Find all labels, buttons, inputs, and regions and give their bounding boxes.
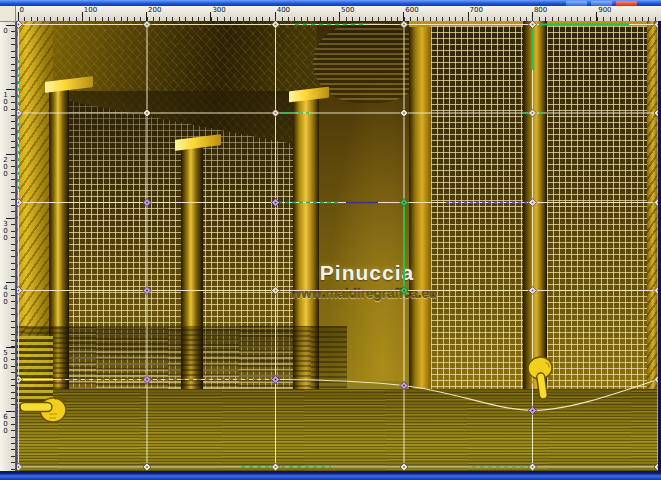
ruler-label: 500	[2, 349, 9, 370]
mesh-node[interactable]	[143, 21, 151, 28]
mesh-node[interactable]	[143, 376, 151, 384]
mesh-node[interactable]	[400, 21, 408, 28]
ruler-tick	[18, 12, 19, 21]
mesh-node[interactable]	[272, 463, 280, 471]
ruler-label: 300	[2, 220, 9, 241]
ruler-label: 400	[277, 7, 290, 14]
ruler-tick	[403, 12, 404, 21]
ruler-tick	[275, 12, 276, 21]
ruler-tick	[146, 12, 147, 21]
ruler-label: 300	[212, 7, 225, 14]
ruler-tick	[532, 12, 533, 21]
mesh-node[interactable]	[143, 463, 151, 471]
mesh-node[interactable]	[272, 376, 280, 384]
ruler-label: 100	[2, 91, 9, 112]
ruler-tick	[210, 12, 211, 21]
ruler-tick	[6, 411, 15, 412]
mesh-node[interactable]	[17, 199, 22, 207]
ruler-corner	[0, 6, 16, 22]
ruler-label: 700	[470, 7, 483, 14]
ruler-label: 200	[2, 156, 9, 177]
mesh-node[interactable]	[17, 21, 22, 28]
mesh-node[interactable]	[400, 463, 408, 471]
ruler-label: 500	[341, 7, 354, 14]
ruler-label: 200	[148, 7, 161, 14]
ruler-tick	[6, 218, 15, 219]
mesh-node[interactable]	[529, 407, 537, 415]
ruler-tick	[6, 25, 15, 26]
ruler-tick	[6, 154, 15, 155]
mesh-node[interactable]	[400, 109, 408, 117]
mesh-node[interactable]	[143, 199, 151, 207]
mesh-node[interactable]	[400, 382, 408, 390]
mesh-node[interactable]	[143, 287, 151, 295]
ruler-label: 400	[2, 284, 9, 305]
mesh-node[interactable]	[400, 199, 408, 207]
application-window: 0100200300400500600700800900 01002003004…	[0, 0, 661, 480]
ruler-label: 0	[2, 27, 9, 34]
image-canvas[interactable]: Pinuccia www.maidiregrafica.eu	[16, 21, 659, 471]
mesh-node[interactable]	[400, 287, 408, 295]
ruler-tick	[6, 282, 15, 283]
mesh-node[interactable]	[17, 376, 22, 384]
mesh-node[interactable]	[143, 109, 151, 117]
ruler-label: 800	[534, 7, 547, 14]
window-bottom-border[interactable]	[0, 471, 661, 480]
ruler-tick	[82, 12, 83, 21]
mesh-node[interactable]	[529, 463, 537, 471]
hand-pointing-down-cursor	[525, 355, 557, 403]
mesh-node[interactable]	[17, 109, 22, 117]
mesh-node[interactable]	[17, 287, 22, 295]
ruler-label: 600	[405, 7, 418, 14]
horizontal-ruler: 0100200300400500600700800900	[0, 6, 661, 22]
ruler-label: 900	[598, 7, 611, 14]
ruler-label: 600	[2, 413, 9, 434]
mesh-warp-grid[interactable]	[17, 21, 659, 471]
mesh-node[interactable]	[529, 21, 537, 28]
ruler-tick	[596, 12, 597, 21]
ruler-label: 100	[84, 7, 97, 14]
mesh-node[interactable]	[272, 109, 280, 117]
hand-pointing-left-cursor	[19, 392, 69, 426]
mesh-node[interactable]	[529, 199, 537, 207]
ruler-tick	[468, 12, 469, 21]
vertical-ruler: 0100200300400500600	[0, 21, 16, 471]
mesh-warped-line[interactable]	[19, 380, 659, 411]
mesh-node[interactable]	[17, 463, 22, 471]
ruler-tick	[6, 347, 15, 348]
ruler-label: 0	[20, 7, 24, 14]
mesh-node[interactable]	[529, 287, 537, 295]
ruler-tick	[6, 89, 15, 90]
mesh-node[interactable]	[529, 109, 537, 117]
ruler-tick	[339, 12, 340, 21]
mesh-node[interactable]	[272, 199, 280, 207]
mesh-node[interactable]	[272, 287, 280, 295]
mesh-node[interactable]	[272, 21, 280, 28]
